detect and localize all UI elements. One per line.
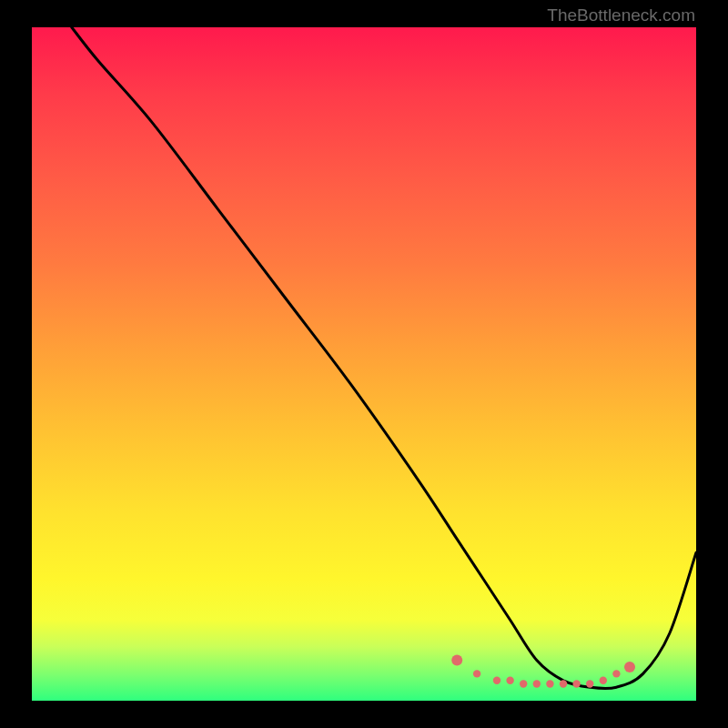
marker-dot — [473, 670, 480, 677]
marker-dot — [451, 655, 462, 666]
marker-dot — [520, 680, 527, 687]
marker-dot — [586, 680, 593, 687]
marker-dot — [546, 680, 553, 687]
marker-dot — [533, 680, 541, 687]
bottleneck-curve-path — [72, 27, 696, 689]
marker-dot — [624, 662, 635, 672]
marker-dot — [600, 677, 607, 684]
marker-dot — [493, 677, 500, 684]
attribution-text: TheBottleneck.com — [547, 5, 695, 25]
bottleneck-curve-svg — [32, 27, 696, 701]
marker-dot — [612, 670, 620, 677]
marker-dot — [572, 680, 580, 687]
flat-region-markers — [451, 655, 635, 688]
marker-dot — [506, 677, 513, 684]
marker-dot — [560, 680, 567, 687]
plot-area — [32, 27, 696, 701]
chart-frame: TheBottleneck.com — [0, 0, 728, 728]
